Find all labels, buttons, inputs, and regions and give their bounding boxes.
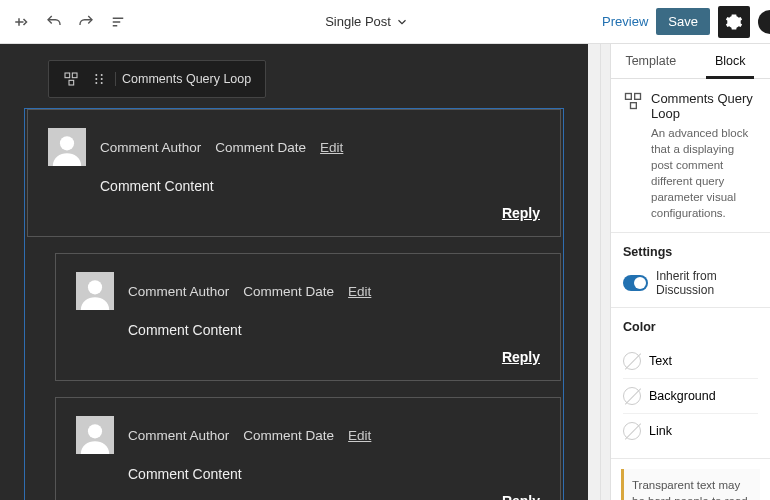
- inherit-toggle-label: Inherit from Discussion: [656, 269, 758, 297]
- comment-date: Comment Date: [243, 284, 334, 299]
- comment-meta: Comment AuthorComment DateEdit: [128, 428, 371, 443]
- color-link[interactable]: Link: [623, 414, 758, 448]
- comment-date: Comment Date: [215, 140, 306, 155]
- avatar: [76, 272, 114, 310]
- comment-content: Comment Content: [100, 178, 540, 194]
- comment-author: Comment Author: [128, 284, 229, 299]
- svg-rect-5: [65, 73, 70, 78]
- save-button[interactable]: Save: [656, 8, 710, 35]
- transparency-notice: Transparent text may be hard people to r…: [621, 469, 760, 500]
- settings-sidebar: Template Block Comments Query Loop An ad…: [610, 44, 770, 500]
- sidebar-tabs: Template Block: [611, 44, 770, 79]
- document-title-label: Single Post: [325, 14, 391, 29]
- drag-handle-icon[interactable]: [85, 65, 113, 93]
- comment-item[interactable]: Comment AuthorComment DateEditComment Co…: [55, 253, 561, 381]
- panel-color: Color Text Background Link: [611, 308, 770, 459]
- panel-block-info: Comments Query Loop An advanced block th…: [611, 79, 770, 233]
- comment-reply-link[interactable]: Reply: [502, 205, 540, 221]
- svg-point-14: [60, 136, 74, 150]
- svg-point-16: [88, 424, 102, 438]
- svg-rect-19: [631, 103, 637, 109]
- comment-edit-link[interactable]: Edit: [348, 284, 371, 299]
- svg-rect-18: [635, 94, 641, 100]
- swatch-empty-icon: [623, 352, 641, 370]
- settings-button[interactable]: [718, 6, 750, 38]
- comment-reply-link[interactable]: Reply: [502, 349, 540, 365]
- document-title[interactable]: Single Post: [132, 14, 602, 29]
- comment-reply-wrap: Reply: [76, 348, 540, 366]
- block-info-title: Comments Query Loop: [651, 91, 758, 121]
- comment-date: Comment Date: [243, 428, 334, 443]
- svg-rect-7: [69, 80, 74, 85]
- editor-toolbar: Single Post Preview Save: [0, 0, 770, 44]
- color-background[interactable]: Background: [623, 379, 758, 414]
- comment-reply-wrap: Reply: [48, 204, 540, 222]
- comment-head: Comment AuthorComment DateEdit: [76, 272, 540, 310]
- gear-icon: [725, 13, 743, 31]
- undo-icon[interactable]: [40, 8, 68, 36]
- swatch-empty-icon: [623, 387, 641, 405]
- comment-head: Comment AuthorComment DateEdit: [48, 128, 540, 166]
- comment-reply-wrap: Reply: [76, 492, 540, 500]
- comment-head: Comment AuthorComment DateEdit: [76, 416, 540, 454]
- canvas-wrap: Comments Query Loop Comment AuthorCommen…: [0, 44, 600, 500]
- block-info-desc: An advanced block that a displaying post…: [651, 125, 758, 222]
- color-text-label: Text: [649, 354, 672, 368]
- panel-notice: Transparent text may be hard people to r…: [611, 459, 770, 500]
- scrollbar[interactable]: [600, 44, 610, 500]
- inherit-toggle[interactable]: [623, 275, 648, 291]
- block-info-icon: [623, 91, 643, 222]
- block-type-icon[interactable]: [57, 65, 85, 93]
- color-heading: Color: [623, 320, 758, 334]
- chevron-down-icon: [395, 15, 409, 29]
- comment-meta: Comment AuthorComment DateEdit: [128, 284, 371, 299]
- svg-point-10: [95, 82, 97, 84]
- color-link-label: Link: [649, 424, 672, 438]
- comment-reply-link[interactable]: Reply: [502, 493, 540, 500]
- redo-icon[interactable]: [72, 8, 100, 36]
- svg-point-9: [95, 78, 97, 80]
- svg-rect-17: [626, 94, 632, 100]
- block-toolbar: Comments Query Loop: [48, 60, 266, 98]
- comment-author: Comment Author: [100, 140, 201, 155]
- svg-point-15: [88, 280, 102, 294]
- color-text[interactable]: Text: [623, 344, 758, 379]
- avatar: [48, 128, 86, 166]
- comment-content: Comment Content: [128, 322, 540, 338]
- main-area: Comments Query Loop Comment AuthorCommen…: [0, 44, 770, 500]
- block-toolbar-label: Comments Query Loop: [115, 72, 257, 86]
- svg-point-12: [101, 78, 103, 80]
- toolbar-left: [8, 8, 132, 36]
- comment-content: Comment Content: [128, 466, 540, 482]
- svg-point-13: [101, 82, 103, 84]
- svg-point-8: [95, 74, 97, 76]
- comments-query-loop-block[interactable]: Comment AuthorComment DateEditComment Co…: [24, 108, 564, 500]
- comment-item[interactable]: Comment AuthorComment DateEditComment Co…: [27, 109, 561, 237]
- comment-edit-link[interactable]: Edit: [348, 428, 371, 443]
- toolbar-right: Preview Save: [602, 6, 762, 38]
- list-view-icon[interactable]: [104, 8, 132, 36]
- add-icon[interactable]: [8, 8, 36, 36]
- comment-meta: Comment AuthorComment DateEdit: [100, 140, 343, 155]
- swatch-empty-icon: [623, 422, 641, 440]
- comment-author: Comment Author: [128, 428, 229, 443]
- comment-item[interactable]: Comment AuthorComment DateEditComment Co…: [55, 397, 561, 500]
- panel-settings: Settings Inherit from Discussion: [611, 233, 770, 308]
- svg-point-11: [101, 74, 103, 76]
- tab-block[interactable]: Block: [691, 44, 771, 78]
- settings-heading: Settings: [623, 245, 758, 259]
- options-icon[interactable]: [758, 10, 770, 34]
- preview-button[interactable]: Preview: [602, 14, 648, 29]
- editor-canvas[interactable]: Comments Query Loop Comment AuthorCommen…: [0, 44, 588, 500]
- svg-rect-6: [72, 73, 77, 78]
- comment-edit-link[interactable]: Edit: [320, 140, 343, 155]
- color-background-label: Background: [649, 389, 716, 403]
- tab-template[interactable]: Template: [611, 44, 691, 78]
- avatar: [76, 416, 114, 454]
